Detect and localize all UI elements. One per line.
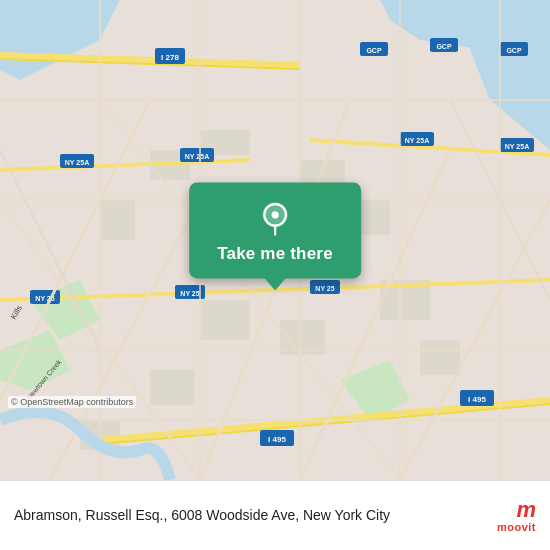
svg-text:GCP: GCP — [436, 43, 452, 50]
location-pin-icon — [257, 200, 293, 236]
svg-text:I 495: I 495 — [268, 435, 286, 444]
bottom-bar: Abramson, Russell Esq., 6008 Woodside Av… — [0, 480, 550, 550]
svg-text:GCP: GCP — [506, 47, 522, 54]
address-text: Abramson, Russell Esq., 6008 Woodside Av… — [14, 506, 476, 526]
map-container: I 278 I 495 I 495 NY 25A NY 25A NY 25A N… — [0, 0, 550, 480]
svg-text:NY 25A: NY 25A — [65, 159, 89, 166]
take-me-there-label: Take me there — [217, 244, 333, 264]
moovit-wordmark: moovit — [497, 521, 536, 533]
svg-rect-13 — [200, 300, 250, 340]
svg-text:I 495: I 495 — [468, 395, 486, 404]
osm-attribution: © OpenStreetMap contributors — [8, 396, 136, 408]
svg-text:GCP: GCP — [366, 47, 382, 54]
moovit-logo: m moovit — [476, 499, 536, 533]
svg-text:NY 25A: NY 25A — [405, 137, 429, 144]
svg-rect-10 — [100, 200, 135, 240]
svg-text:NY 25A: NY 25A — [505, 143, 529, 150]
svg-rect-17 — [150, 370, 195, 405]
svg-text:NY 25A: NY 25A — [185, 153, 209, 160]
moovit-letter: m — [516, 499, 536, 521]
svg-rect-16 — [420, 340, 460, 375]
take-me-there-popup[interactable]: Take me there — [189, 182, 361, 278]
svg-text:I 278: I 278 — [161, 53, 179, 62]
svg-text:NY 25: NY 25 — [180, 290, 199, 297]
svg-point-74 — [271, 211, 278, 218]
svg-text:NY 25: NY 25 — [315, 285, 334, 292]
popup-box[interactable]: Take me there — [189, 182, 361, 278]
